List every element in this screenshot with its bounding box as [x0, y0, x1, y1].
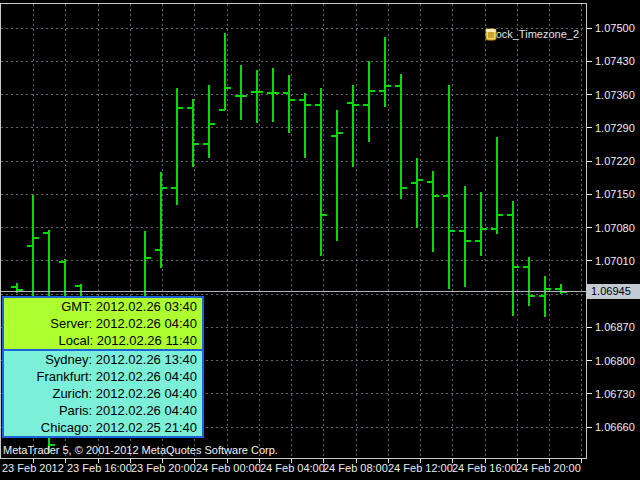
indicator-label[interactable]: Clock_Timezone_2 [485, 28, 583, 40]
time-axis-label: 24 Feb 00:00 [196, 462, 261, 474]
price-axis-label: 1.07080 [595, 222, 635, 234]
indicator-name: Clock_Timezone_2 [485, 28, 579, 40]
clock-row-sydney: Sydney: 2012.02.26 13:40 [4, 351, 202, 368]
clock-section-main: GMT: 2012.02.26 03:40Server: 2012.02.26 … [4, 298, 202, 349]
copyright-text: MetaTrader 5, © 2001-2012 MetaQuotes Sof… [3, 444, 278, 456]
price-axis-label: 1.07430 [595, 55, 635, 67]
time-axis-label: 24 Feb 08:00 [323, 462, 388, 474]
clock-row-zurich: Zurich: 2012.02.26 04:40 [4, 385, 202, 402]
price-axis-label: 1.07220 [595, 155, 635, 167]
current-price-value: 1.06945 [591, 285, 631, 297]
price-axis-label: 1.07360 [595, 89, 635, 101]
price-axis-label: 1.06730 [595, 388, 635, 400]
clock-row-local: Local: 2012.02.26 11:40 [4, 332, 202, 349]
time-axis-label: 24 Feb 12:00 [388, 462, 453, 474]
price-axis-label: 1.07290 [595, 122, 635, 134]
price-axis-label: 1.07500 [595, 22, 635, 34]
price-axis-label: 1.07010 [595, 255, 635, 267]
price-axis-label: 1.07150 [595, 188, 635, 200]
price-axis-label: 1.06870 [595, 321, 635, 333]
time-axis-label: 24 Feb 16:00 [452, 462, 517, 474]
current-price-tag: 1.06945 [586, 284, 640, 299]
clock-row-gmt: GMT: 2012.02.26 03:40 [4, 298, 202, 315]
time-axis-label: 24 Feb 20:00 [516, 462, 581, 474]
time-axis-label: 23 Feb 20:00 [131, 462, 196, 474]
clock-row-frankfurt: Frankfurt: 2012.02.26 04:40 [4, 368, 202, 385]
clock-row-server: Server: 2012.02.26 04:40 [4, 315, 202, 332]
time-axis-label: 24 Feb 04:00 [260, 462, 325, 474]
time-axis-label: 23 Feb 2012 [2, 462, 64, 474]
clock-row-paris: Paris: 2012.02.26 04:40 [4, 402, 202, 419]
clock-row-chicago: Chicago: 2012.02.25 21:40 [4, 419, 202, 436]
mt5-chart-window: 1.075001.074301.073601.072901.072201.071… [0, 0, 640, 480]
time-axis-label: 23 Feb 16:00 [67, 462, 132, 474]
clock-section-cities: Sydney: 2012.02.26 13:40Frankfurt: 2012.… [4, 349, 202, 436]
price-axis-label: 1.06800 [595, 355, 635, 367]
clock-timezone-panel[interactable]: GMT: 2012.02.26 03:40Server: 2012.02.26 … [2, 296, 204, 438]
price-axis-label: 1.06660 [595, 421, 635, 433]
